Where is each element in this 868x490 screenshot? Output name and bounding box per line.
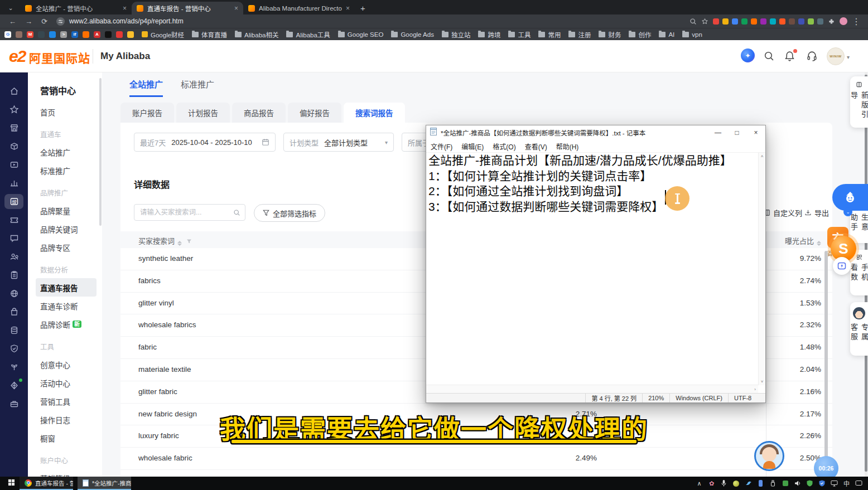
reload-button[interactable]: ⟳ <box>41 17 47 26</box>
zoom-level[interactable]: 210% <box>642 394 669 402</box>
browser-tab[interactable]: 直通车报告 - 营销中心× <box>132 2 243 14</box>
tray-phone-icon[interactable] <box>757 480 764 487</box>
extension-icon[interactable] <box>770 18 776 25</box>
bookmark-folder[interactable]: Alibaba相关 <box>235 30 278 39</box>
tab-search-chevron-icon[interactable]: ⌄ <box>4 2 17 14</box>
sort-icon[interactable] <box>177 241 182 246</box>
start-button[interactable] <box>8 478 15 488</box>
sidebar-scrollbar[interactable] <box>99 78 102 226</box>
bookmark-folder[interactable]: Google SEO <box>338 31 384 38</box>
ime-indicator[interactable]: 中 <box>843 480 850 487</box>
rail-item-chat[interactable] <box>4 231 23 246</box>
extension-icon[interactable] <box>817 18 823 25</box>
bell-icon[interactable] <box>784 50 796 62</box>
scroll-up-icon[interactable]: ˄ <box>761 154 764 159</box>
bookmark-favicon[interactable] <box>83 31 89 38</box>
extension-icon[interactable] <box>789 18 795 25</box>
tab-搜索词报告[interactable]: 搜索词报告 <box>344 103 405 123</box>
site-settings-icon[interactable] <box>56 17 65 26</box>
sidebar-item-品牌聚量[interactable]: 品牌聚量 <box>28 201 102 220</box>
bookmark-favicon[interactable] <box>127 31 134 38</box>
column-keyword[interactable]: 买家搜索词 <box>138 235 192 246</box>
rail-item-home[interactable] <box>4 84 23 99</box>
sidebar-item-营销工具[interactable]: 营销工具 <box>28 392 102 410</box>
float-tab-new-guide[interactable]: 新版引导 <box>850 76 868 128</box>
genie-chevron-icon[interactable]: ⌄ <box>843 207 852 216</box>
bookmark-favicon[interactable]: if <box>71 31 78 38</box>
tab-商品报告[interactable]: 商品报告 <box>232 103 286 123</box>
scroll-down-icon[interactable]: ˅ <box>761 379 764 384</box>
puzzle-icon[interactable] <box>828 18 835 25</box>
brand-name[interactable]: 阿里国际站 <box>29 49 90 66</box>
tray-monitor-icon[interactable] <box>831 480 838 487</box>
extension-icon[interactable] <box>808 18 814 25</box>
customize-columns-button[interactable]: 自定义列 <box>763 207 802 218</box>
bookmark-favicon[interactable]: > <box>60 31 67 38</box>
bookmark-folder[interactable]: 注册 <box>568 30 591 39</box>
notepad-horizontal-scrollbar[interactable]: › <box>426 385 758 394</box>
search-icon[interactable] <box>233 209 240 216</box>
export-button[interactable]: 导出 <box>804 207 829 218</box>
chat-lightning-icon[interactable] <box>833 257 851 275</box>
float-tab-assistant[interactable]: 生意助手 <box>850 208 868 243</box>
menu-文件(F)[interactable]: 文件(F) <box>426 142 457 151</box>
menu-格式(O)[interactable]: 格式(O) <box>488 142 520 151</box>
tab-偏好报告[interactable]: 偏好报告 <box>288 103 341 123</box>
sidebar-item-全站推广[interactable]: 全站推广 <box>28 143 102 161</box>
tab-close-icon[interactable]: × <box>234 4 238 12</box>
customer-service-avatar[interactable] <box>754 441 784 471</box>
date-range-picker[interactable]: 最近7天 2025-10-04 - 2025-10-10 <box>134 133 276 152</box>
user-avatar[interactable]: WINIW <box>827 47 845 65</box>
menu-帮助(H)[interactable]: 帮助(H) <box>552 142 584 151</box>
browser-menu-icon[interactable]: ⋮ <box>852 16 861 27</box>
filter-metrics-button[interactable]: 全部筛选指标 <box>254 204 325 222</box>
rail-item-bag[interactable] <box>4 304 23 319</box>
bookmark-favicon[interactable] <box>38 31 45 38</box>
extension-icon[interactable] <box>722 18 729 25</box>
ai-diamond-icon[interactable]: ✦ <box>741 48 755 62</box>
tab-close-icon[interactable]: × <box>123 4 127 12</box>
bookmark-folder[interactable]: 常用 <box>538 30 561 39</box>
filter-icon[interactable] <box>186 239 192 244</box>
alibaba-logo-icon[interactable]: e2 <box>9 47 25 66</box>
sidebar-item-品牌专区[interactable]: 品牌专区 <box>28 238 102 256</box>
notepad-titlebar[interactable]: *全站推广-推商品【如何通过数据判断哪些关键词需要降权】.txt - 记事本 —… <box>426 125 765 140</box>
sidebar-item-直通车诊断[interactable]: 直通车诊断 <box>28 297 102 315</box>
tray-green-icon[interactable] <box>782 480 789 487</box>
extension-icon[interactable] <box>798 18 804 25</box>
bookmark-favicon[interactable]: A <box>94 31 100 38</box>
table-row[interactable]: wholesale fabric2.49%2.50% <box>120 448 832 470</box>
rail-item-package[interactable] <box>4 139 23 154</box>
bookmark-folder[interactable]: AI <box>659 31 674 38</box>
rail-item-star[interactable] <box>4 102 23 117</box>
rail-item-store[interactable] <box>4 120 23 135</box>
extension-icon[interactable] <box>779 18 785 25</box>
rail-item-ticket[interactable] <box>4 212 23 227</box>
bookmark-favicon[interactable] <box>105 31 112 38</box>
extension-icon[interactable] <box>713 18 719 25</box>
tray-shield-icon[interactable] <box>818 480 826 487</box>
notepad-text-area[interactable]: 全站推广-推商品计划【新品加速/潜力品成长/优爆品助推】1：【如何计算全站推计划… <box>427 153 758 385</box>
rail-item-video[interactable] <box>4 157 23 172</box>
bookmark-favicon[interactable] <box>49 31 56 38</box>
browser-tab[interactable]: 全站推广 - 营销中心× <box>20 2 132 14</box>
column-exposure[interactable]: 曝光占比 <box>765 235 821 246</box>
extension-icon[interactable] <box>751 18 757 25</box>
extension-icon[interactable] <box>760 18 766 25</box>
sidebar-item-首页[interactable]: 首页 <box>28 103 102 121</box>
extension-icon[interactable] <box>732 18 738 25</box>
url-field[interactable]: www2.alibaba.com/ads/p4p/report.htm <box>56 17 184 26</box>
rail-item-clipboard[interactable] <box>4 268 23 283</box>
rail-item-globe[interactable] <box>4 286 23 301</box>
bookmark-favicon[interactable] <box>16 31 22 38</box>
scroll-right-icon[interactable]: › <box>754 387 756 392</box>
rail-item-chart[interactable] <box>4 176 23 191</box>
new-tab-button[interactable]: + <box>360 3 365 13</box>
rail-item-users[interactable] <box>4 249 23 264</box>
bookmark-folder[interactable]: 财务 <box>599 30 621 39</box>
business-assistant-genie-icon[interactable] <box>832 184 868 211</box>
bookmark-google-finance[interactable]: Google财经 <box>142 30 184 39</box>
tray-bird-icon[interactable] <box>745 480 752 487</box>
tab-close-icon[interactable]: × <box>346 4 350 12</box>
rail-item-sprout[interactable] <box>4 360 23 375</box>
